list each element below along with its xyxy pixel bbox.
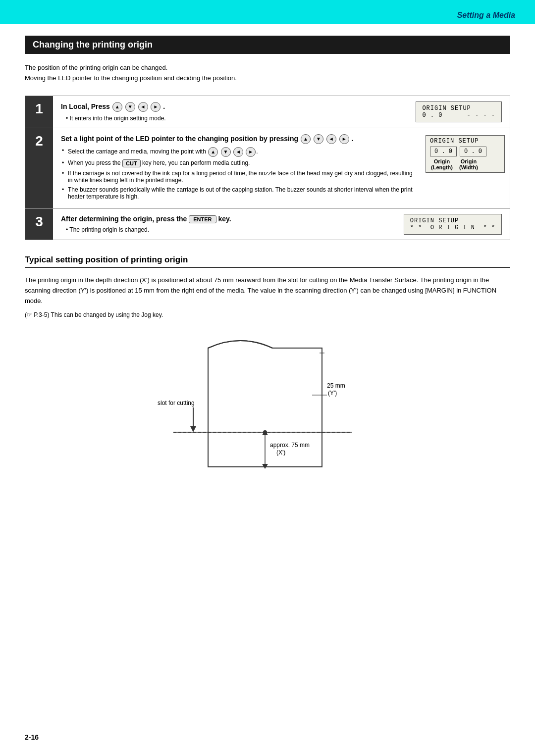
svg-text:(X'): (X') [276, 449, 285, 456]
step1-display: ORIGIN SETUP 0 . 0 - - - - [408, 96, 510, 128]
step3-lcd: ORIGIN SETUP * * O R I G I N * * [404, 214, 502, 235]
step3-lcd-line2: * * O R I G I N * * [410, 224, 495, 231]
intro-line-2: Moving the LED pointer to the changing p… [25, 73, 510, 84]
step2-lcd-cell1: 0 . 0 [430, 147, 457, 156]
btn-up-2[interactable]: ▲ [301, 134, 311, 144]
section2-heading: Typical setting position of printing ori… [25, 255, 510, 268]
step3-lcd-line1: ORIGIN SETUP [410, 217, 495, 224]
step2-lcd-cells: 0 . 0 0 . 0 [430, 147, 500, 156]
btn-cut[interactable]: CUT [122, 159, 141, 167]
y-label: 25 mm [327, 382, 345, 389]
btn-down-2[interactable]: ▼ [314, 134, 323, 144]
step2-lcd-labels: Origin(Length) Origin(Width) [430, 158, 500, 170]
svg-marker-10 [190, 426, 196, 432]
slot-label: slot for cutting [158, 400, 195, 406]
step1-title: In Local, Press ▲ ▼ ◄ ► . [61, 102, 400, 112]
step1-lcd-line1: ORIGIN SETUP [422, 105, 495, 112]
section2-body: The printing origin in the depth directi… [25, 275, 510, 306]
step-number-2: 2 [25, 128, 53, 208]
step-row-2: 2 Set a light point of the LED pointer t… [25, 128, 510, 209]
btn-down-1[interactable]: ▼ [125, 102, 135, 112]
section1-intro: The position of the printing origin can … [25, 63, 510, 84]
step2-notes: Select the carriage and media, moving th… [61, 147, 413, 200]
x-label: approx. 75 mm [270, 442, 310, 449]
step3-display: ORIGIN SETUP * * O R I G I N * * [396, 209, 510, 240]
btn-left-2b[interactable]: ◄ [233, 147, 243, 157]
step2-note-4: The buzzer sounds periodically while the… [61, 186, 413, 200]
step2-lcd-top: ORIGIN SETUP [430, 138, 500, 145]
diagram-container: slot for cutting 25 mm (Y') approx. 75 m… [25, 328, 510, 487]
page-content: Changing the printing origin The positio… [0, 24, 535, 506]
section2-ref: (☞ P.3-5) This can be changed by using t… [25, 311, 510, 318]
btn-right-1[interactable]: ► [151, 102, 160, 112]
header-title: Setting a Media [457, 11, 515, 20]
step2-note-2: When you press the CUT key here, you can… [61, 159, 413, 167]
steps-container: 1 In Local, Press ▲ ▼ ◄ ► . • It enters … [25, 96, 510, 240]
step2-lcd-label2: Origin(Width) [457, 158, 481, 170]
page-number: 2-16 [25, 733, 39, 741]
svg-point-21 [263, 430, 267, 434]
intro-line-1: The position of the printing origin can … [25, 63, 510, 73]
step1-lcd-line2: 0 . 0 - - - - [422, 112, 495, 119]
section1-heading: Changing the printing origin [25, 36, 510, 54]
step3-title: After determining the origin, press the … [61, 215, 388, 223]
step-row-3: 3 After determining the origin, press th… [25, 209, 510, 240]
btn-up-1[interactable]: ▲ [112, 102, 122, 112]
step2-note-1: Select the carriage and media, moving th… [61, 147, 413, 157]
step2-lcd-label1: Origin(Length) [430, 158, 454, 170]
header-bar: Setting a Media [0, 0, 535, 24]
btn-right-2[interactable]: ► [339, 134, 349, 144]
btn-right-2b[interactable]: ► [246, 147, 256, 157]
svg-text:(Y'): (Y') [328, 390, 337, 397]
btn-down-2b[interactable]: ▼ [221, 147, 231, 157]
step-row-1: 1 In Local, Press ▲ ▼ ◄ ► . • It enters … [25, 96, 510, 128]
btn-up-2b[interactable]: ▲ [208, 147, 218, 157]
step1-lcd: ORIGIN SETUP 0 . 0 - - - - [416, 101, 502, 122]
origin-diagram: slot for cutting 25 mm (Y') approx. 75 m… [144, 328, 391, 487]
step3-note: • The printing origin is changed. [66, 226, 388, 233]
step2-lcd-cell2: 0 . 0 [460, 147, 486, 156]
step2-display: ORIGIN SETUP 0 . 0 0 . 0 Origin(Length) … [421, 128, 510, 208]
step2-lcd: ORIGIN SETUP 0 . 0 0 . 0 Origin(Length) … [426, 135, 505, 173]
step2-content: Set a light point of the LED pointer to … [53, 128, 421, 208]
step2-note-3: If the carriage is not covered by the in… [61, 170, 413, 184]
btn-left-1[interactable]: ◄ [138, 102, 148, 112]
btn-left-2[interactable]: ◄ [326, 134, 336, 144]
step1-content: In Local, Press ▲ ▼ ◄ ► . • It enters in… [53, 96, 408, 128]
btn-enter[interactable]: ENTER [189, 215, 216, 223]
step2-title: Set a light point of the LED pointer to … [61, 134, 413, 144]
step3-content: After determining the origin, press the … [53, 209, 396, 240]
step-number-3: 3 [25, 209, 53, 240]
step-number-1: 1 [25, 96, 53, 128]
step1-note: • It enters into the origin setting mode… [66, 115, 400, 122]
